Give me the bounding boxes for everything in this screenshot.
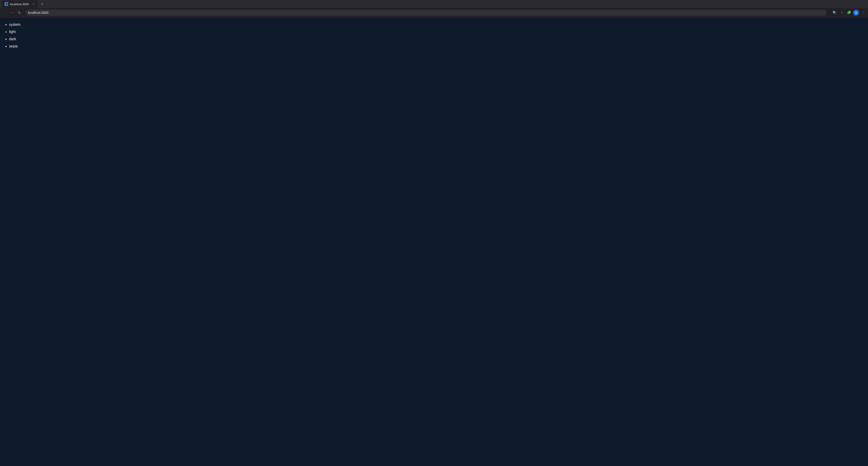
tab-bar: ⬛ localhost:3000 × + <box>0 0 868 8</box>
browser-chrome: ⬛ localhost:3000 × + ← → ↻ localhost:300… <box>0 0 868 18</box>
extension-button[interactable]: 🧩 <box>846 9 852 16</box>
reload-icon: ↻ <box>18 11 21 15</box>
tab-favicon: ⬛ <box>4 2 8 6</box>
active-tab[interactable]: ⬛ localhost:3000 × <box>2 0 38 8</box>
forward-button[interactable]: → <box>9 9 16 16</box>
menu-icon: ⋮ <box>862 11 865 15</box>
bookmark-icon: ☆ <box>840 11 843 15</box>
back-button[interactable]: ← <box>2 9 8 16</box>
url-text: localhost:3000 <box>28 11 49 14</box>
theme-list: systemlightdarksepia <box>4 21 864 50</box>
reload-button[interactable]: ↻ <box>16 9 23 16</box>
bookmark-button[interactable]: ☆ <box>839 9 845 16</box>
new-tab-button[interactable]: + <box>39 1 45 7</box>
forward-icon: → <box>10 11 14 15</box>
tab-favicon-icon: ⬛ <box>5 3 8 5</box>
profile-label: A <box>855 11 857 14</box>
list-item-light: light <box>9 28 864 35</box>
extension-icon: 🧩 <box>847 11 851 15</box>
tab-close-button[interactable]: × <box>32 2 35 6</box>
profile-button[interactable]: A <box>853 10 859 15</box>
list-item-system: system <box>9 21 864 28</box>
nav-bar: ← → ↻ localhost:3000 🔍 ☆ 🧩 A ⋮ <box>0 8 868 17</box>
page-content: systemlightdarksepia <box>0 18 868 466</box>
nav-actions: 🔍 ☆ 🧩 A ⋮ <box>831 9 866 16</box>
list-item-sepia: sepia <box>9 43 864 50</box>
list-item-dark: dark <box>9 35 864 43</box>
tab-title: localhost:3000 <box>10 2 30 6</box>
address-bar[interactable]: localhost:3000 <box>25 9 827 16</box>
menu-button[interactable]: ⋮ <box>860 9 866 16</box>
back-icon: ← <box>3 11 7 15</box>
search-icon: 🔍 <box>833 11 837 15</box>
search-button[interactable]: 🔍 <box>831 9 838 16</box>
